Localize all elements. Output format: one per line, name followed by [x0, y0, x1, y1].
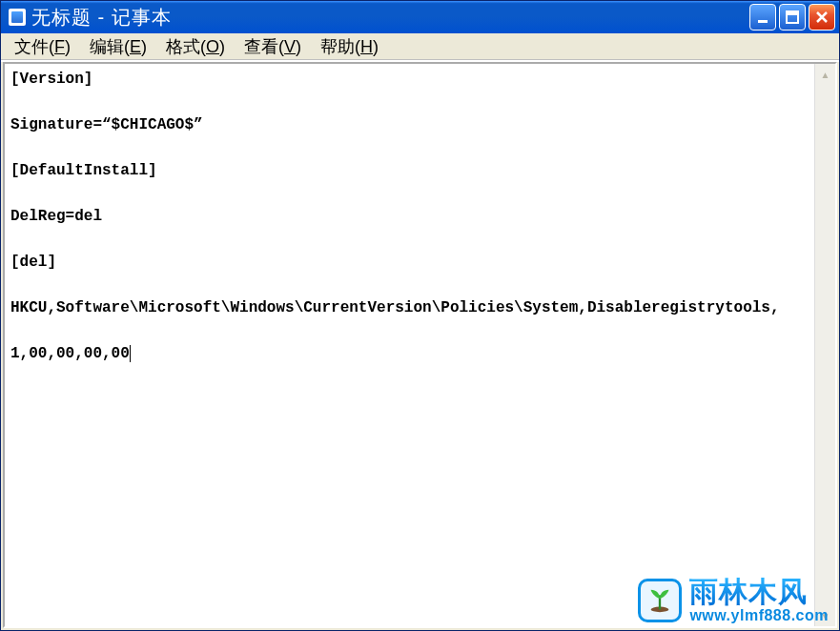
watermark-logo: [638, 579, 682, 622]
text-line: DelReg=del: [10, 205, 809, 228]
text-line: [10, 182, 809, 205]
text-cursor: [130, 345, 131, 362]
editor-area: [Version]Signature=“$CHICAGO$”[DefaultIn…: [3, 62, 837, 628]
watermark: 雨林木风 www.ylmf888.com: [638, 578, 829, 623]
notepad-window: 无标题 - 记事本 文件(F) 编辑(E) 格式(O) 查看(V) 帮助(H) …: [0, 0, 840, 631]
maximize-icon: [785, 10, 800, 25]
minimize-icon: [755, 10, 770, 25]
watermark-url: www.ylmf888.com: [689, 608, 829, 623]
sprout-icon: [645, 586, 674, 615]
text-line: Signature=“$CHICAGO$”: [10, 113, 809, 136]
text-line: [Version]: [10, 68, 809, 91]
watermark-text: 雨林木风 www.ylmf888.com: [689, 578, 829, 623]
text-line: [10, 91, 809, 113]
vertical-scrollbar[interactable]: ▲ ▼: [814, 64, 835, 626]
menu-view[interactable]: 查看(V): [236, 33, 309, 60]
text-line: [10, 228, 809, 251]
scroll-up-button[interactable]: ▲: [815, 64, 835, 85]
menubar: 文件(F) 编辑(E) 格式(O) 查看(V) 帮助(H): [1, 33, 839, 62]
text-line: HKCU,Software\Microsoft\Windows\CurrentV…: [10, 296, 809, 319]
text-editor[interactable]: [Version]Signature=“$CHICAGO$”[DefaultIn…: [5, 64, 814, 626]
text-line: [10, 319, 809, 342]
minimize-button[interactable]: [749, 4, 776, 31]
menu-format[interactable]: 格式(O): [158, 33, 233, 60]
text-line: [DefaultInstall]: [10, 159, 809, 182]
window-controls: [749, 4, 835, 31]
watermark-brand: 雨林木风: [689, 578, 829, 606]
svg-rect-0: [758, 20, 768, 23]
text-line: [10, 274, 809, 296]
text-line: [del]: [10, 251, 809, 274]
chevron-up-icon: ▲: [821, 70, 830, 80]
close-icon: [814, 10, 830, 25]
window-title: 无标题 - 记事本: [31, 5, 172, 31]
maximize-button[interactable]: [779, 4, 806, 31]
text-line: 1,00,00,00,00: [10, 342, 809, 365]
menu-edit[interactable]: 编辑(E): [82, 33, 154, 60]
scroll-thumb[interactable]: [815, 85, 835, 605]
text-line: [10, 136, 809, 159]
menu-help[interactable]: 帮助(H): [313, 33, 386, 60]
menu-file[interactable]: 文件(F): [7, 33, 78, 60]
titlebar[interactable]: 无标题 - 记事本: [1, 1, 839, 33]
close-button[interactable]: [809, 4, 835, 31]
svg-rect-2: [787, 11, 798, 15]
notepad-app-icon: [9, 9, 26, 26]
